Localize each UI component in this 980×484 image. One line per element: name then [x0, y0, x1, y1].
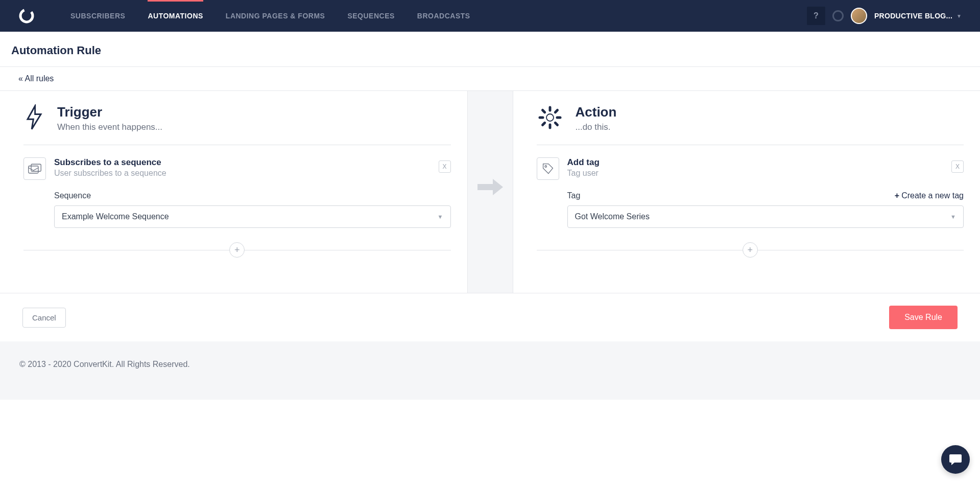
action-header: Action ...do this. — [537, 104, 964, 145]
nav-right: ? PRODUCTIVE BLOG... ▼ — [807, 7, 962, 25]
lightning-icon — [23, 104, 45, 131]
add-trigger-row: + — [23, 242, 451, 258]
action-panel: Action ...do this. Add tag Tag user X Ta… — [513, 91, 981, 293]
sequence-select[interactable]: Example Welcome Sequence ▼ — [54, 205, 451, 228]
plus-icon: + — [895, 191, 899, 200]
username-label[interactable]: PRODUCTIVE BLOG... — [874, 12, 952, 20]
add-action-button[interactable]: + — [743, 242, 758, 258]
trigger-header: Trigger When this event happens... — [23, 104, 451, 145]
trigger-card: Subscribes to a sequence User subscribes… — [23, 157, 451, 228]
trigger-panel: Trigger When this event happens... Subsc… — [0, 91, 467, 293]
trigger-title: Trigger — [57, 104, 162, 120]
remove-trigger-button[interactable]: X — [439, 160, 451, 173]
action-subtitle: ...do this. — [576, 122, 617, 132]
nav-landing-pages[interactable]: LANDING PAGES & FORMS — [226, 12, 325, 20]
create-tag-label: Create a new tag — [901, 191, 964, 200]
tag-select-value: Got Welcome Series — [575, 212, 650, 221]
breadcrumb-bar: « All rules — [0, 67, 980, 91]
gear-icon — [537, 104, 563, 131]
trigger-subtitle: When this event happens... — [57, 122, 162, 132]
nav-broadcasts[interactable]: BROADCASTS — [417, 12, 470, 20]
svg-point-4 — [545, 166, 546, 167]
copyright-text: © 2013 - 2020 ConvertKit. All Rights Res… — [19, 360, 190, 368]
trigger-card-subtitle: User subscribes to a sequence — [54, 169, 451, 178]
help-button[interactable]: ? — [807, 7, 825, 25]
action-title: Action — [576, 104, 617, 120]
tag-field-label: Tag — [567, 191, 581, 200]
nav-items: SUBSCRIBERS AUTOMATIONS LANDING PAGES & … — [70, 12, 470, 20]
divider-column — [467, 91, 513, 293]
footer-actions: Cancel Save Rule — [0, 293, 980, 341]
sequence-field-label: Sequence — [54, 191, 91, 200]
svg-rect-1 — [29, 166, 38, 173]
tag-select[interactable]: Got Welcome Series ▼ — [567, 205, 964, 228]
site-footer: © 2013 - 2020 ConvertKit. All Rights Res… — [0, 341, 980, 400]
chevron-down-icon[interactable]: ▼ — [957, 13, 962, 19]
logo-icon[interactable] — [18, 8, 35, 24]
nav-automations[interactable]: AUTOMATIONS — [148, 12, 203, 20]
arrow-right-icon — [477, 178, 503, 196]
cancel-button[interactable]: Cancel — [22, 308, 66, 328]
caret-down-icon: ▼ — [950, 214, 956, 220]
svg-point-3 — [546, 114, 554, 121]
sequence-icon — [23, 157, 46, 180]
nav-subscribers[interactable]: SUBSCRIBERS — [70, 12, 125, 20]
create-tag-link[interactable]: + Create a new tag — [895, 191, 964, 200]
top-nav: SUBSCRIBERS AUTOMATIONS LANDING PAGES & … — [0, 0, 980, 32]
avatar[interactable] — [851, 8, 867, 24]
add-action-row: + — [537, 242, 964, 258]
action-card-title: Add tag — [567, 157, 964, 168]
page-header: Automation Rule — [0, 32, 980, 67]
breadcrumb-all-rules[interactable]: « All rules — [18, 74, 54, 83]
page-title: Automation Rule — [11, 44, 969, 57]
action-card-subtitle: Tag user — [567, 169, 964, 178]
save-rule-button[interactable]: Save Rule — [889, 306, 958, 329]
add-trigger-button[interactable]: + — [229, 242, 245, 258]
main-area: Trigger When this event happens... Subsc… — [0, 91, 980, 293]
sequence-select-value: Example Welcome Sequence — [62, 212, 169, 221]
svg-point-0 — [18, 8, 35, 24]
caret-down-icon: ▼ — [438, 214, 443, 220]
spinner-icon — [832, 10, 844, 21]
action-card: Add tag Tag user X Tag + Create a new ta… — [537, 157, 964, 228]
tag-icon — [537, 157, 559, 180]
remove-action-button[interactable]: X — [951, 160, 964, 173]
nav-sequences[interactable]: SEQUENCES — [347, 12, 394, 20]
trigger-card-title: Subscribes to a sequence — [54, 157, 451, 168]
